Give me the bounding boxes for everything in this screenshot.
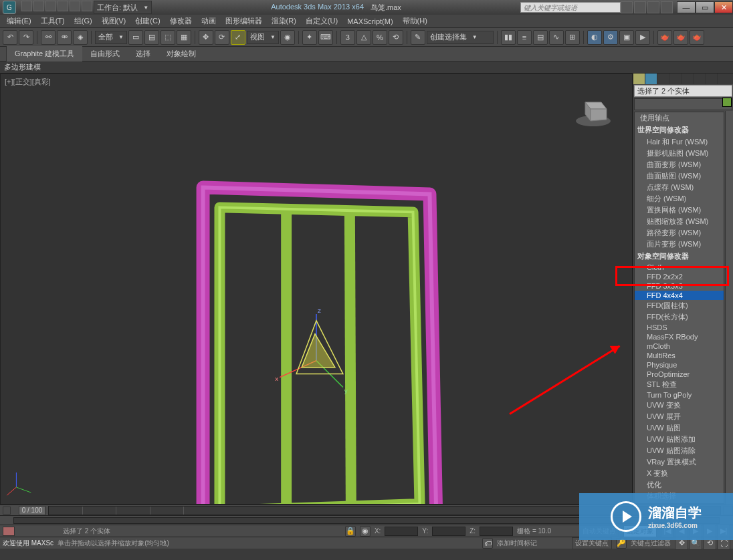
mirror-button[interactable]: ▮▮ [501,30,516,45]
menu-group[interactable]: 组(G) [70,15,96,27]
hierarchy-tab-icon[interactable] [657,74,669,84]
mod-item[interactable]: FFD 2x2x2 [635,272,724,281]
redo-icon[interactable] [70,1,80,11]
mod-item[interactable]: MultiRes [635,351,724,360]
redo-button[interactable]: ↷ [19,30,33,45]
angle-snap-button[interactable]: △ [356,30,371,45]
mod-item[interactable]: X 变换 [635,468,724,479]
info-icon[interactable] [661,1,673,13]
mod-item[interactable]: STL 检查 [635,379,724,390]
selection-filter-combo[interactable]: 全部▼ [95,31,127,44]
menu-view[interactable]: 视图(V) [98,15,130,27]
mod-item[interactable]: MassFX RBody [635,332,724,341]
undo-button[interactable]: ↶ [3,30,17,45]
timetag-icon[interactable]: 🏷 [482,538,493,549]
menu-help[interactable]: 帮助(H) [399,15,431,27]
mod-item[interactable]: mCloth [635,341,724,351]
menu-modifiers[interactable]: 修改器 [166,15,196,27]
panel-scrollbar[interactable] [725,111,733,505]
time-slider[interactable]: 0 / 100 [19,506,45,515]
window-crossing-button[interactable]: ▦ [177,30,191,45]
extra-tab-icon[interactable] [706,74,718,84]
named-sel-edit-button[interactable]: ✎ [411,30,425,45]
display-tab-icon[interactable] [682,74,694,84]
menu-create[interactable]: 创建(C) [131,15,164,27]
mod-item[interactable]: UVW 贴图添加 [635,434,724,445]
mod-item[interactable]: 曲面贴图 (WSM) [635,170,724,182]
menu-tools[interactable]: 工具(T) [37,15,69,27]
menu-maxscript[interactable]: MAXScript(M) [343,16,397,27]
ribbon-grip[interactable] [0,47,7,61]
mod-item[interactable]: 路径变形 (WSM) [635,227,724,239]
ribbon-tab-selection[interactable]: 选择 [128,46,159,61]
named-selection-combo[interactable]: 创建选择集▼ [427,31,494,44]
isolate-icon[interactable]: ◉ [360,526,371,537]
mod-item[interactable]: Hair 和 Fur (WSM) [635,136,724,148]
pivot-button[interactable]: ◉ [280,30,295,45]
scale-button[interactable]: ⤢ [231,30,245,45]
rendered-frame-button[interactable]: ▣ [619,30,634,45]
workspace-combo[interactable]: 工作台: 默认▼ [94,1,152,14]
app-icon[interactable]: G [3,1,16,14]
modifier-list-combo[interactable] [634,98,732,110]
maximize-button[interactable]: ▭ [696,1,714,13]
mod-item[interactable]: 面片变形 (WSM) [635,239,724,250]
minimize-button[interactable]: — [677,1,696,13]
object-color-swatch[interactable] [722,98,732,107]
mod-item[interactable]: 细分 (WSM) [635,193,724,204]
undo-icon[interactable] [58,1,68,11]
spinner-snap-button[interactable]: ⟲ [389,30,403,45]
mod-item[interactable]: HSDS [635,323,724,332]
coord-z-input[interactable] [480,527,513,536]
mod-item[interactable]: 置换网格 (WSM) [635,204,724,216]
keyboard-button[interactable]: ⌨ [318,30,333,45]
ribbon-panel-label[interactable]: 多边形建模 [0,61,733,74]
render-last-button[interactable]: 🫖 [690,30,704,45]
render-setup-button[interactable]: ⚙ [603,30,618,45]
mod-item[interactable]: 曲面变形 (WSM) [635,159,724,170]
menu-customize[interactable]: 自定义(U) [302,15,342,27]
modify-tab-icon[interactable] [645,74,657,84]
search-input[interactable] [520,2,621,13]
select-button[interactable]: ▭ [128,30,143,45]
mod-item[interactable]: Physique [635,360,724,370]
mod-item[interactable]: 摄影机贴图 (WSM) [635,148,724,159]
mod-item[interactable]: Turn To gPoly [635,390,724,400]
mod-item[interactable]: FFD(长方体) [635,311,724,323]
timeline-menu-icon[interactable] [3,507,11,515]
mod-item[interactable]: 贴图缩放器 (WSM) [635,216,724,227]
move-button[interactable]: ✥ [199,30,213,45]
mod-item[interactable]: VRay 置换模式 [635,456,724,468]
ribbon-tab-objpaint[interactable]: 对象绘制 [159,46,204,61]
unlink-button[interactable]: ⚮ [57,30,72,45]
selection-name-field[interactable]: 选择了 2 个实体 [634,85,732,97]
binoculars-icon[interactable] [621,1,633,13]
motion-tab-icon[interactable] [669,74,682,84]
coord-y-input[interactable] [432,527,465,536]
render-prod-button[interactable]: ▶ [635,30,650,45]
mod-item[interactable]: 点缓存 (WSM) [635,182,724,193]
save-icon[interactable] [45,1,56,11]
link-icon[interactable] [82,1,92,11]
marquee-rect-button[interactable]: ⬚ [161,30,175,45]
lock-icon[interactable]: 🔒 [345,526,356,537]
rotate-button[interactable]: ⟳ [215,30,229,45]
modifier-pivot[interactable]: 使用轴点 [635,112,724,124]
refcoord-combo[interactable]: 视图▼ [247,31,279,44]
link-button[interactable]: ⚯ [41,30,56,45]
create-tab-icon[interactable] [633,74,645,84]
material-editor-button[interactable]: ◐ [587,30,602,45]
menu-edit[interactable]: 编辑(E) [3,15,35,27]
mod-item[interactable]: FFD(圆柱体) [635,300,724,311]
percent-snap-button[interactable]: % [373,30,387,45]
close-button[interactable]: ✕ [714,1,733,13]
snap-button[interactable]: 3 [340,30,355,45]
star-icon[interactable] [647,1,659,13]
align-button[interactable]: ≡ [517,30,532,45]
layers-button[interactable]: ▤ [533,30,548,45]
render-button[interactable]: 🫖 [657,30,672,45]
open-icon[interactable] [33,1,44,11]
mod-item[interactable]: UVW 变换 [635,400,724,411]
curve-editor-button[interactable]: ∿ [549,30,564,45]
script-listener-icon[interactable] [3,527,15,536]
